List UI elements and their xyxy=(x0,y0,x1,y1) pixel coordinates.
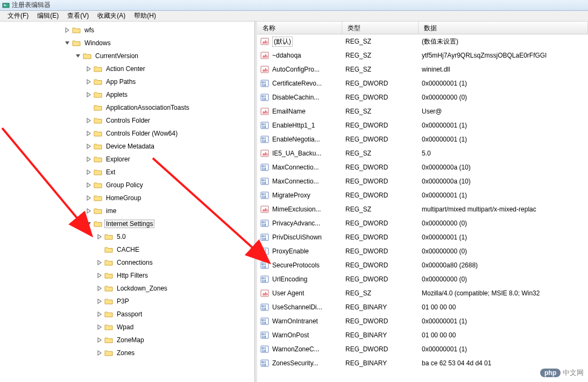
menu-file[interactable]: 文件(F) xyxy=(3,10,33,22)
tree-item-controls-folder[interactable]: Controls Folder xyxy=(0,114,257,127)
value-row[interactable]: 011110EnableHttp1_1REG_DWORD0x00000001 (… xyxy=(257,118,588,132)
registry-tree[interactable]: wfsWindowsCurrentVersionAction CenterApp… xyxy=(0,22,257,362)
expander-icon[interactable] xyxy=(96,272,103,279)
tree-item-homegroup[interactable]: HomeGroup xyxy=(0,192,257,204)
expander-icon[interactable] xyxy=(85,220,93,228)
tree-item-explorer[interactable]: Explorer xyxy=(0,153,257,166)
value-row[interactable]: abAutoConfigPro...REG_SZwininet.dll xyxy=(257,62,588,76)
value-row[interactable]: 011110MaxConnectio...REG_DWORD0x0000000a… xyxy=(257,174,588,188)
expander-icon[interactable] xyxy=(96,323,103,331)
folder-icon xyxy=(104,323,113,331)
tree-item-http-filters[interactable]: Http Filters xyxy=(0,269,257,282)
tree-item-applicationassociationtoasts[interactable]: ApplicationAssociationToasts xyxy=(0,101,257,114)
tree-item-ext[interactable]: Ext xyxy=(0,166,257,179)
expander-icon[interactable] xyxy=(85,155,93,163)
expander-icon[interactable] xyxy=(96,233,103,240)
col-header-type[interactable]: 类型 xyxy=(342,22,419,34)
tree-label: Controls Folder (Wow64) xyxy=(104,129,179,138)
value-row[interactable]: 011110ZonesSecurity...REG_BINARYba ce 62… xyxy=(257,356,588,370)
svg-text:110: 110 xyxy=(262,83,266,87)
expander-icon[interactable] xyxy=(85,91,93,98)
tree-item-cache[interactable]: CACHE xyxy=(0,243,257,256)
tree-item-p3p[interactable]: P3P xyxy=(0,295,257,308)
expander-icon[interactable] xyxy=(74,52,82,60)
expander-icon[interactable] xyxy=(96,285,103,292)
tree-item-windows[interactable]: Windows xyxy=(0,37,257,49)
expander-icon[interactable] xyxy=(96,310,103,318)
value-name-label: DisableCachin... xyxy=(272,94,319,101)
value-data-cell: multipart/mixed multipart/x-mixed-replac xyxy=(419,206,588,213)
col-header-name[interactable]: 名称 xyxy=(257,22,342,34)
tree-item-passport[interactable]: Passport xyxy=(0,308,257,321)
value-row[interactable]: 011110PrivacyAdvanc...REG_DWORD0x0000000… xyxy=(257,216,588,230)
expander-icon[interactable] xyxy=(85,181,93,189)
value-data-cell: 0x00000000 (0) xyxy=(419,220,588,227)
value-row[interactable]: 011110DisableCachin...REG_DWORD0x0000000… xyxy=(257,90,588,104)
col-header-data[interactable]: 数据 xyxy=(419,22,588,34)
tree-item-action-center[interactable]: Action Center xyxy=(0,62,257,75)
value-row[interactable]: abMimeExclusion...REG_SZmultipart/mixed … xyxy=(257,202,588,216)
tree-item-zonemap[interactable]: ZoneMap xyxy=(0,334,257,346)
expander-icon[interactable] xyxy=(96,246,103,253)
tree-item-device-metadata[interactable]: Device Metadata xyxy=(0,140,257,153)
tree-item-connections[interactable]: Connections xyxy=(0,256,257,269)
tree-item-wpad[interactable]: Wpad xyxy=(0,321,257,334)
menu-favorites[interactable]: 收藏夹(A) xyxy=(93,10,130,22)
value-row[interactable]: abEmailNameREG_SZUser@ xyxy=(257,104,588,118)
menu-edit[interactable]: 编辑(E) xyxy=(33,10,63,22)
expander-icon[interactable] xyxy=(85,168,93,176)
value-data-cell: 0x00000000 (0) xyxy=(419,247,588,255)
value-name-label: UseSchannelDi... xyxy=(272,303,322,311)
folder-icon xyxy=(94,155,102,163)
tree-label: Device Metadata xyxy=(104,142,156,151)
expander-icon[interactable] xyxy=(85,117,93,124)
value-row[interactable]: 011110MigrateProxyREG_DWORD0x00000001 (1… xyxy=(257,188,588,202)
binary-value-icon: 011110 xyxy=(260,261,269,270)
tree-item-wfs[interactable]: wfs xyxy=(0,24,257,37)
tree-item-5-0[interactable]: 5.0 xyxy=(0,230,257,243)
expander-icon[interactable] xyxy=(96,349,103,357)
expander-icon[interactable] xyxy=(85,78,93,86)
tree-item-zones[interactable]: Zones xyxy=(0,346,257,359)
value-name-label: PrivDiscUiShown xyxy=(272,234,322,241)
expander-icon[interactable] xyxy=(96,336,103,344)
tree-item-applets[interactable]: Applets xyxy=(0,88,257,101)
value-list[interactable]: ab(默认)REG_SZ(数值未设置)ab~ddahoqaREG_SZytf5m… xyxy=(257,34,588,370)
value-row[interactable]: 011110WarnonZoneC...REG_DWORD0x00000001 … xyxy=(257,342,588,356)
value-row[interactable]: 011110CertificateRevo...REG_DWORD0x00000… xyxy=(257,76,588,90)
tree-item-currentversion[interactable]: CurrentVersion xyxy=(0,49,257,62)
expander-icon[interactable] xyxy=(85,207,93,215)
value-row[interactable]: 011110UrlEncodingREG_DWORD0x00000000 (0) xyxy=(257,272,588,286)
value-row[interactable]: abUser AgentREG_SZMozilla/4.0 (compatibl… xyxy=(257,286,588,300)
value-row[interactable]: 011110WarnOnPostREG_BINARY01 00 00 00 xyxy=(257,328,588,342)
value-row[interactable]: 011110UseSchannelDi...REG_BINARY01 00 00… xyxy=(257,300,588,314)
expander-icon[interactable] xyxy=(85,104,93,111)
value-row[interactable]: 011110MaxConnectio...REG_DWORD0x0000000a… xyxy=(257,160,588,174)
expander-icon[interactable] xyxy=(63,39,71,47)
expander-icon[interactable] xyxy=(85,194,93,202)
svg-text:110: 110 xyxy=(262,265,266,268)
tree-item-internet-settings[interactable]: Internet Settings xyxy=(0,217,257,230)
expander-icon[interactable] xyxy=(96,259,103,266)
expander-icon[interactable] xyxy=(85,143,93,150)
tree-item-ime[interactable]: ime xyxy=(0,204,257,217)
expander-icon[interactable] xyxy=(63,26,71,34)
tree-item-group-policy[interactable]: Group Policy xyxy=(0,179,257,192)
value-row[interactable]: 011110ProxyEnableREG_DWORD0x00000000 (0) xyxy=(257,244,588,258)
value-row[interactable]: ab(默认)REG_SZ(数值未设置) xyxy=(257,34,588,48)
expander-icon[interactable] xyxy=(96,298,103,305)
tree-item-lockdown-zones[interactable]: Lockdown_Zones xyxy=(0,282,257,295)
menu-view[interactable]: 查看(V) xyxy=(63,10,93,22)
value-row[interactable]: 011110WarnOnIntranetREG_DWORD0x00000001 … xyxy=(257,314,588,328)
tree-item-controls-folder-wow64-[interactable]: Controls Folder (Wow64) xyxy=(0,127,257,140)
expander-icon[interactable] xyxy=(85,65,93,73)
expander-icon[interactable] xyxy=(85,130,93,137)
value-row[interactable]: 011110SecureProtocolsREG_DWORD0x00000a80… xyxy=(257,258,588,272)
value-row[interactable]: abIE5_UA_Backu...REG_SZ5.0 xyxy=(257,146,588,160)
value-row[interactable]: 011110PrivDiscUiShownREG_DWORD0x00000001… xyxy=(257,230,588,244)
value-row[interactable]: ab~ddahoqaREG_SZytf5mHj7Ayr9QRLsqZmssjOB… xyxy=(257,48,588,62)
tree-item-app-paths[interactable]: App Paths xyxy=(0,75,257,88)
value-row[interactable]: 011110EnableNegotia...REG_DWORD0x0000000… xyxy=(257,132,588,146)
svg-text:110: 110 xyxy=(262,349,266,352)
menu-help[interactable]: 帮助(H) xyxy=(130,10,160,22)
